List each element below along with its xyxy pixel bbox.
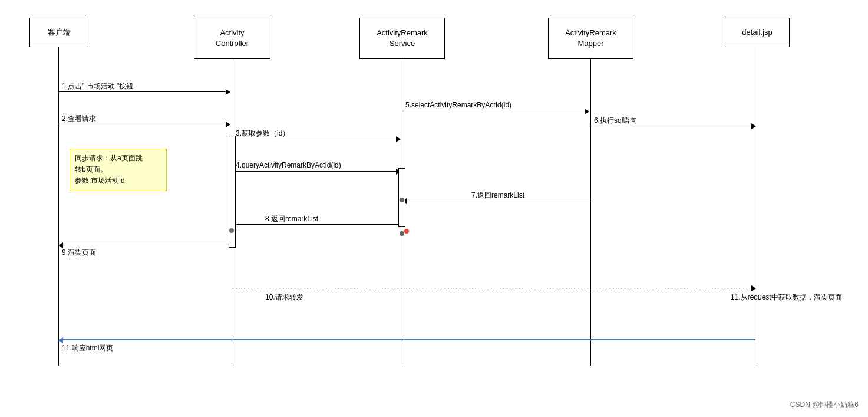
msg11-resp-label: 11.响应html网页 bbox=[62, 343, 113, 353]
sequence-diagram: 客户端 Activity Controller ActivityRemark S… bbox=[0, 0, 868, 417]
msg9-arrow bbox=[59, 245, 230, 245]
actor-mapper: ActivityRemark Mapper bbox=[548, 18, 633, 59]
actor-controller: Activity Controller bbox=[194, 18, 270, 59]
msg8-arrow bbox=[232, 224, 401, 225]
lifeline-client bbox=[58, 47, 60, 366]
msg7-arrow bbox=[402, 201, 590, 201]
msg3-label: 3.获取参数（id） bbox=[236, 129, 289, 139]
msg1-label: 1.点击" 市场活动 "按钮 bbox=[62, 81, 133, 91]
msg5-label: 5.selectActivityRemarkByActId(id) bbox=[405, 101, 511, 109]
lifeline-detail bbox=[757, 47, 758, 366]
msg6-arrow bbox=[591, 126, 755, 126]
msg5-arrow bbox=[402, 111, 589, 111]
note-box: 同步请求：从a页面跳转b页面。参数:市场活动id bbox=[70, 149, 167, 191]
actor-client: 客户端 bbox=[29, 18, 88, 47]
msg4-label: 4.queryActivityRemarkByActId(id) bbox=[236, 161, 341, 169]
msg1-arrow bbox=[59, 91, 230, 92]
actor-service: ActivityRemark Service bbox=[359, 18, 445, 59]
msg11-side-label: 11.从request中获取数据，渲染页面 bbox=[731, 293, 842, 303]
msg2-label: 2.查看请求 bbox=[62, 114, 96, 124]
dot-controller bbox=[229, 228, 234, 233]
msg8-label: 8.返回remarkList bbox=[265, 214, 318, 224]
msg10-label: 10.请求转发 bbox=[265, 293, 303, 303]
msg7-label: 7.返回remarkList bbox=[471, 191, 524, 201]
dot-red bbox=[404, 229, 409, 234]
msg11-resp-arrow bbox=[59, 339, 755, 340]
actor-detail: detail.jsp bbox=[725, 18, 790, 47]
msg2-arrow bbox=[59, 124, 230, 124]
dot-service-up bbox=[400, 198, 404, 202]
msg4-arrow bbox=[232, 171, 400, 172]
msg9-label: 9.渲染页面 bbox=[62, 248, 96, 258]
msg6-label: 6.执行sql语句 bbox=[594, 116, 637, 126]
dot-service-low bbox=[400, 231, 404, 236]
watermark: CSDN @钟楼小奶糕6 bbox=[790, 400, 859, 410]
msg10-arrow bbox=[232, 288, 755, 288]
lifeline-mapper bbox=[590, 59, 592, 366]
msg3-arrow bbox=[232, 139, 400, 139]
